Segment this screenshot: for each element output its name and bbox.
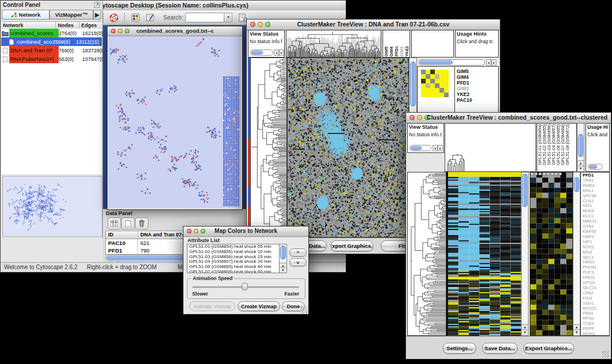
network-row[interactable]: DNA and Tran 07769(0)183728(0) — [1, 46, 102, 55]
treeview1-gene-list: GIM5GIM4PFD1GIM3YKE2PAC10 — [457, 68, 472, 103]
column-handle-icon[interactable] — [554, 173, 558, 175]
animation-speed-group: Animation Speed Slower Faster — [187, 278, 305, 299]
scroll-left-icon[interactable]: ◂ — [433, 145, 438, 151]
column-handle-icon[interactable] — [534, 173, 538, 175]
export-graphics-button[interactable]: Export Graphics... — [331, 240, 373, 251]
resize-grip[interactable] — [602, 351, 609, 358]
annotation-icon[interactable] — [143, 12, 157, 24]
search-input[interactable]: ▼ — [185, 13, 232, 22]
gene-label[interactable]: PFD1 — [457, 80, 472, 86]
resize-grip[interactable] — [301, 306, 308, 313]
scroll-down-icon[interactable]: ▼ — [280, 267, 286, 273]
zoom-heatmap[interactable] — [530, 173, 572, 335]
minimize-icon[interactable] — [194, 229, 198, 233]
column-handle-icon[interactable] — [530, 173, 534, 175]
column-handle-icon[interactable] — [550, 173, 554, 175]
close-icon[interactable] — [187, 229, 192, 233]
scroll-right-icon[interactable]: ▸ — [491, 59, 496, 66]
animate-vizmap-button[interactable]: Animate Vizmap — [189, 301, 235, 311]
search-dropdown-icon[interactable]: ▼ — [224, 13, 232, 22]
close-icon[interactable] — [250, 22, 255, 27]
network-window-title-bar[interactable]: combined_scores_good.txt--cluste... — [108, 26, 242, 36]
column-dendrogram[interactable] — [445, 124, 536, 171]
genes-vscrollbar[interactable]: ▲ ▼ — [573, 172, 580, 336]
network-row[interactable]: RNAPuberNov2+|563(0)107847(0) — [1, 55, 102, 63]
minimize-icon[interactable] — [258, 22, 263, 27]
attribute-list[interactable]: GPL51-01 (GSM854) heat shock 05 minGPL51… — [187, 244, 287, 273]
help-lifesaver-icon[interactable] — [107, 12, 121, 24]
close-icon[interactable] — [111, 29, 116, 33]
tab-network[interactable]: Network — [2, 10, 49, 20]
usage-hints-hscrollbar[interactable] — [588, 164, 603, 170]
tab-vizmapper[interactable]: VizMapper™ — [49, 10, 93, 20]
column-dendrogram[interactable] — [286, 30, 381, 57]
new-attribute-icon[interactable] — [121, 217, 135, 229]
hscrollbar-thumb[interactable] — [589, 165, 597, 168]
scroll-right-icon[interactable]: ▸ — [279, 49, 284, 56]
attribute-item[interactable]: GPL51-07 (GSM868) heat shock 60 min — [188, 270, 286, 273]
network-row[interactable]: combined_sco2569(6)13112(15) — [1, 37, 102, 46]
move-up-button[interactable]: ^ — [289, 248, 307, 256]
treeview2-vscrollbar[interactable]: ▲ ▼ — [521, 172, 529, 336]
treeview2-title-bar[interactable]: ClusterMaker TreeView : combined_scores_… — [406, 113, 611, 124]
column-handle-icon[interactable] — [559, 173, 562, 175]
treeview1-title-bar[interactable]: ClusterMaker TreeView : DNA and Tran 07-… — [247, 20, 500, 30]
delete-attribute-icon[interactable] — [135, 217, 148, 229]
vscrollbar-thumb[interactable] — [522, 174, 527, 207]
speed-slider-thumb[interactable] — [242, 283, 248, 290]
table-mode-icon[interactable] — [108, 217, 121, 229]
close-icon[interactable] — [410, 115, 415, 120]
zoom-heatmap[interactable] — [421, 70, 449, 97]
scroll-down-icon[interactable]: ▼ — [522, 329, 528, 335]
zoom-window-icon[interactable] — [265, 22, 270, 27]
gene-label[interactable]: GIM4 — [457, 74, 472, 80]
row-dendrogram[interactable] — [251, 58, 286, 237]
zoom-hscrollbar[interactable] — [418, 59, 485, 66]
dialog-title-bar[interactable]: Map Colors to Network — [183, 227, 308, 237]
vizmap-palette-icon[interactable] — [128, 12, 142, 24]
move-down-button[interactable]: v — [289, 258, 307, 266]
tab-overflow-button[interactable]: ▶ — [93, 10, 101, 20]
save-data-button[interactable]: Save Data... — [482, 343, 518, 354]
list-vscrollbar[interactable]: ▲ ▼ — [279, 244, 286, 273]
gene-label[interactable]: GIM5 — [457, 68, 472, 74]
scroll-down-icon[interactable]: ▼ — [577, 166, 584, 171]
hscrollbar-thumb[interactable] — [251, 51, 263, 55]
column-handle-icon[interactable] — [546, 173, 550, 175]
id-column-header[interactable]: ID — [106, 231, 138, 239]
view-status-hscrollbar[interactable] — [410, 145, 431, 151]
gene-label[interactable]: MON2 — [583, 332, 609, 336]
network-view-canvas[interactable] — [108, 36, 240, 208]
hscrollbar-thumb[interactable] — [411, 146, 422, 150]
scroll-right-icon[interactable]: ▸ — [438, 145, 443, 151]
minimize-icon[interactable] — [417, 115, 422, 120]
minimize-icon[interactable] — [118, 29, 123, 33]
row-dendrogram[interactable] — [408, 173, 446, 335]
column-handle-icon[interactable] — [538, 173, 542, 175]
global-heatmap[interactable] — [448, 172, 521, 336]
scroll-left-icon[interactable]: ◂ — [274, 49, 279, 56]
column-handle-icon[interactable] — [542, 173, 546, 175]
gene-label[interactable]: GIM3 — [457, 86, 472, 91]
vscrollbar-thumb[interactable] — [280, 246, 286, 259]
scroll-left-icon[interactable]: ◂ — [486, 59, 491, 66]
vscrollbar-thumb[interactable] — [410, 62, 416, 106]
scroll-down-icon[interactable]: ▼ — [573, 329, 580, 335]
float-panel-icon[interactable] — [94, 2, 100, 8]
zoom-window-icon[interactable] — [125, 29, 129, 33]
hscrollbar-thumb[interactable] — [419, 60, 453, 64]
global-heatmap[interactable] — [288, 58, 408, 237]
labels-vscrollbar[interactable]: ▲ ▼ — [577, 123, 584, 172]
vscrollbar-thumb[interactable] — [578, 134, 583, 157]
view-status-hscrollbar[interactable] — [250, 49, 273, 56]
treeview2-title: ClusterMaker TreeView : combined_scores_… — [426, 114, 609, 121]
vscrollbar-thumb[interactable] — [574, 177, 579, 192]
gene-label[interactable]: YKE2 — [457, 91, 472, 97]
network-row[interactable]: combined_scores2764(0)16218(0) — [1, 29, 102, 37]
settings-button[interactable]: Settings... — [443, 343, 476, 354]
zoom-window-icon[interactable] — [201, 229, 205, 233]
create-vizmap-button[interactable]: Create Vizmap — [238, 301, 280, 311]
export-graphics-button[interactable]: Export Graphics... — [523, 343, 574, 354]
network-overview-thumbnail[interactable] — [2, 176, 102, 237]
gene-label[interactable]: PAC10 — [457, 97, 472, 103]
